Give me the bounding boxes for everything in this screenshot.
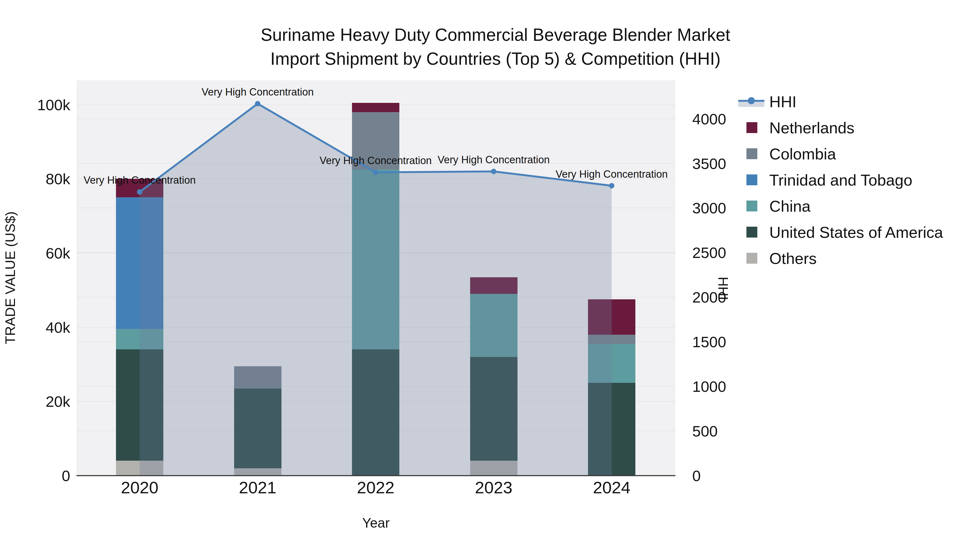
hhi-marker-2020 bbox=[137, 189, 142, 195]
others-color-swatch bbox=[746, 253, 757, 264]
netherlands-legend-swatch-icon bbox=[738, 121, 764, 134]
y-right-tick-1000: 1000 bbox=[692, 378, 726, 395]
y-right-tick-2500: 2500 bbox=[692, 244, 726, 262]
others-legend-swatch-icon bbox=[738, 252, 764, 265]
x-tick-2023: 2023 bbox=[475, 478, 512, 497]
y-right-axis-title: HHI bbox=[715, 277, 731, 300]
hhi-marker-2023 bbox=[491, 169, 496, 174]
y-left-tick-0: 0 bbox=[0, 467, 70, 484]
annotation-2020: Very High Concentration bbox=[84, 175, 196, 186]
legend-label-netherlands: Netherlands bbox=[769, 119, 854, 137]
china-legend-swatch-icon bbox=[738, 200, 764, 213]
y-right-tick-3000: 3000 bbox=[692, 199, 726, 217]
hhi-marker-2024 bbox=[609, 183, 614, 189]
colombia-color-swatch bbox=[746, 148, 757, 159]
y-left-tick-100k: 100k bbox=[0, 96, 70, 113]
hhi-marker-2022 bbox=[373, 170, 379, 175]
legend-item-united-states-of-america[interactable]: United States of America bbox=[738, 219, 943, 245]
x-axis-line bbox=[76, 475, 675, 476]
legend-item-china[interactable]: China bbox=[738, 193, 943, 219]
legend-item-netherlands[interactable]: Netherlands bbox=[738, 114, 943, 141]
united-states-of-america-legend-swatch-icon bbox=[738, 225, 764, 239]
y-right-tick-500: 500 bbox=[692, 422, 718, 440]
annotation-2021: Very High Concentration bbox=[202, 86, 314, 98]
figure-root: Very High ConcentrationVery High Concent… bbox=[0, 0, 980, 551]
legend-label-china: China bbox=[769, 197, 811, 215]
legend: HHINetherlandsColombiaTrinidad and Tobag… bbox=[738, 89, 943, 271]
annotation-2024: Very High Concentration bbox=[555, 168, 668, 180]
x-axis-title: Year bbox=[362, 515, 390, 531]
legend-item-trinidad-and-tobago[interactable]: Trinidad and Tobago bbox=[738, 167, 943, 193]
colombia-legend-swatch-icon bbox=[738, 147, 764, 160]
y-left-tick-20k: 20k bbox=[0, 393, 70, 410]
y-right-tick-4000: 4000 bbox=[692, 110, 726, 128]
chart-title-line1: Suriname Heavy Duty Commercial Beverage … bbox=[261, 25, 730, 45]
legend-label-united-states-of-america: United States of America bbox=[769, 223, 943, 241]
annotation-2023: Very High Concentration bbox=[438, 154, 550, 166]
legend-label-colombia: Colombia bbox=[769, 145, 836, 163]
legend-item-others[interactable]: Others bbox=[738, 245, 943, 271]
trinidad-and-tobago-color-swatch bbox=[746, 175, 757, 185]
y-right-tick-3500: 3500 bbox=[692, 154, 726, 172]
x-tick-2022: 2022 bbox=[357, 478, 395, 497]
united-states-of-america-color-swatch bbox=[746, 227, 757, 238]
y-right-tick-1500: 1500 bbox=[692, 333, 726, 351]
legend-label-others: Others bbox=[769, 249, 817, 267]
legend-label-hhi: HHI bbox=[769, 92, 797, 111]
chart-title-line2: Import Shipment by Countries (Top 5) & C… bbox=[270, 49, 721, 69]
hhi-legend-line-sample bbox=[738, 95, 764, 108]
x-tick-2020: 2020 bbox=[121, 478, 158, 497]
y-left-axis-title: TRADE VALUE (US$) bbox=[2, 211, 18, 344]
x-tick-2024: 2024 bbox=[593, 478, 630, 497]
y-left-tick-80k: 80k bbox=[0, 170, 70, 188]
china-color-swatch bbox=[746, 200, 757, 211]
hhi-marker-swatch bbox=[748, 97, 755, 104]
legend-item-hhi[interactable]: HHI bbox=[738, 89, 943, 114]
hhi-line-layer bbox=[76, 80, 675, 476]
x-tick-2021: 2021 bbox=[239, 478, 277, 497]
legend-label-trinidad-and-tobago: Trinidad and Tobago bbox=[769, 171, 913, 189]
netherlands-color-swatch bbox=[746, 122, 757, 133]
annotation-2022: Very High Concentration bbox=[320, 155, 432, 167]
hhi-marker-2021 bbox=[255, 101, 261, 106]
trinidad-and-tobago-legend-swatch-icon bbox=[738, 173, 764, 186]
legend-item-colombia[interactable]: Colombia bbox=[738, 141, 943, 167]
y-right-tick-0: 0 bbox=[692, 467, 701, 484]
